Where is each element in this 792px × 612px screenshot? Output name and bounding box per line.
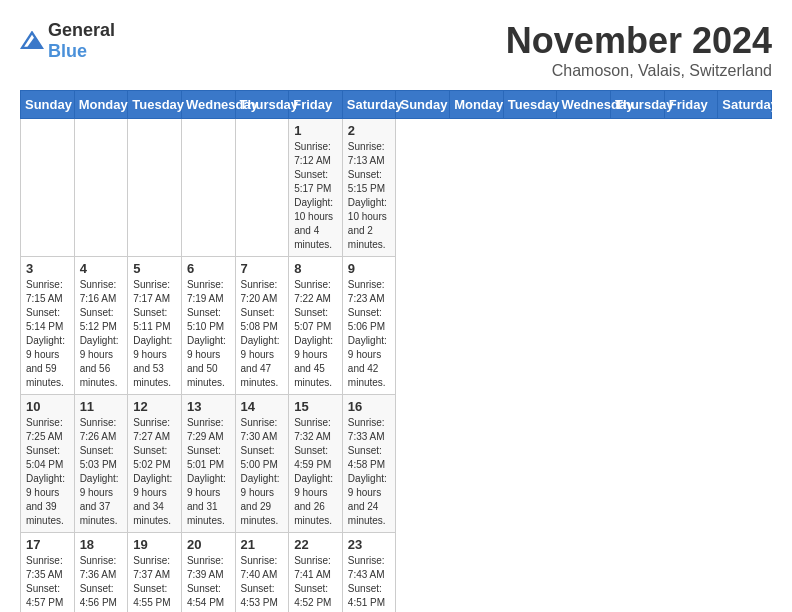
calendar-cell: 11Sunrise: 7:26 AM Sunset: 5:03 PM Dayli… [74, 395, 128, 533]
calendar-cell: 21Sunrise: 7:40 AM Sunset: 4:53 PM Dayli… [235, 533, 289, 613]
day-number: 15 [294, 399, 337, 414]
day-of-week-header: Monday [74, 91, 128, 119]
calendar-cell: 7Sunrise: 7:20 AM Sunset: 5:08 PM Daylig… [235, 257, 289, 395]
day-info: Sunrise: 7:33 AM Sunset: 4:58 PM Dayligh… [348, 416, 391, 528]
day-info: Sunrise: 7:36 AM Sunset: 4:56 PM Dayligh… [80, 554, 123, 612]
day-info: Sunrise: 7:29 AM Sunset: 5:01 PM Dayligh… [187, 416, 230, 528]
calendar-cell: 2Sunrise: 7:13 AM Sunset: 5:15 PM Daylig… [342, 119, 396, 257]
day-of-week-header: Wednesday [557, 91, 611, 119]
day-number: 19 [133, 537, 176, 552]
calendar-cell: 16Sunrise: 7:33 AM Sunset: 4:58 PM Dayli… [342, 395, 396, 533]
calendar-cell: 1Sunrise: 7:12 AM Sunset: 5:17 PM Daylig… [289, 119, 343, 257]
day-of-week-header: Thursday [611, 91, 665, 119]
calendar-table: SundayMondayTuesdayWednesdayThursdayFrid… [20, 90, 772, 612]
day-number: 10 [26, 399, 69, 414]
day-of-week-header: Saturday [342, 91, 396, 119]
day-info: Sunrise: 7:17 AM Sunset: 5:11 PM Dayligh… [133, 278, 176, 390]
calendar-cell: 12Sunrise: 7:27 AM Sunset: 5:02 PM Dayli… [128, 395, 182, 533]
day-info: Sunrise: 7:15 AM Sunset: 5:14 PM Dayligh… [26, 278, 69, 390]
logo: General Blue [20, 20, 115, 62]
day-of-week-header: Friday [289, 91, 343, 119]
calendar-cell: 15Sunrise: 7:32 AM Sunset: 4:59 PM Dayli… [289, 395, 343, 533]
day-number: 7 [241, 261, 284, 276]
day-info: Sunrise: 7:12 AM Sunset: 5:17 PM Dayligh… [294, 140, 337, 252]
calendar-cell: 23Sunrise: 7:43 AM Sunset: 4:51 PM Dayli… [342, 533, 396, 613]
calendar-cell [21, 119, 75, 257]
day-info: Sunrise: 7:32 AM Sunset: 4:59 PM Dayligh… [294, 416, 337, 528]
calendar-header-row: SundayMondayTuesdayWednesdayThursdayFrid… [21, 91, 772, 119]
day-number: 13 [187, 399, 230, 414]
day-info: Sunrise: 7:40 AM Sunset: 4:53 PM Dayligh… [241, 554, 284, 612]
calendar-cell: 13Sunrise: 7:29 AM Sunset: 5:01 PM Dayli… [181, 395, 235, 533]
day-number: 18 [80, 537, 123, 552]
day-number: 2 [348, 123, 391, 138]
day-of-week-header: Thursday [235, 91, 289, 119]
day-info: Sunrise: 7:37 AM Sunset: 4:55 PM Dayligh… [133, 554, 176, 612]
day-number: 5 [133, 261, 176, 276]
calendar-cell: 5Sunrise: 7:17 AM Sunset: 5:11 PM Daylig… [128, 257, 182, 395]
calendar-cell: 6Sunrise: 7:19 AM Sunset: 5:10 PM Daylig… [181, 257, 235, 395]
day-number: 12 [133, 399, 176, 414]
calendar-week-row: 3Sunrise: 7:15 AM Sunset: 5:14 PM Daylig… [21, 257, 772, 395]
day-number: 14 [241, 399, 284, 414]
calendar-cell [181, 119, 235, 257]
day-number: 22 [294, 537, 337, 552]
day-of-week-header: Sunday [21, 91, 75, 119]
calendar-cell: 3Sunrise: 7:15 AM Sunset: 5:14 PM Daylig… [21, 257, 75, 395]
logo-blue: Blue [48, 41, 87, 61]
logo-icon [20, 31, 44, 51]
day-of-week-header: Tuesday [128, 91, 182, 119]
day-info: Sunrise: 7:41 AM Sunset: 4:52 PM Dayligh… [294, 554, 337, 612]
calendar-cell [74, 119, 128, 257]
calendar-cell: 8Sunrise: 7:22 AM Sunset: 5:07 PM Daylig… [289, 257, 343, 395]
header: General Blue November 2024 Chamoson, Val… [20, 20, 772, 80]
day-info: Sunrise: 7:19 AM Sunset: 5:10 PM Dayligh… [187, 278, 230, 390]
day-info: Sunrise: 7:20 AM Sunset: 5:08 PM Dayligh… [241, 278, 284, 390]
calendar-cell: 18Sunrise: 7:36 AM Sunset: 4:56 PM Dayli… [74, 533, 128, 613]
day-number: 20 [187, 537, 230, 552]
calendar-cell: 9Sunrise: 7:23 AM Sunset: 5:06 PM Daylig… [342, 257, 396, 395]
day-number: 11 [80, 399, 123, 414]
day-of-week-header: Wednesday [181, 91, 235, 119]
day-info: Sunrise: 7:22 AM Sunset: 5:07 PM Dayligh… [294, 278, 337, 390]
day-info: Sunrise: 7:39 AM Sunset: 4:54 PM Dayligh… [187, 554, 230, 612]
day-info: Sunrise: 7:25 AM Sunset: 5:04 PM Dayligh… [26, 416, 69, 528]
day-number: 3 [26, 261, 69, 276]
day-info: Sunrise: 7:23 AM Sunset: 5:06 PM Dayligh… [348, 278, 391, 390]
calendar-week-row: 17Sunrise: 7:35 AM Sunset: 4:57 PM Dayli… [21, 533, 772, 613]
day-number: 6 [187, 261, 230, 276]
day-of-week-header: Friday [664, 91, 718, 119]
day-number: 1 [294, 123, 337, 138]
day-of-week-header: Saturday [718, 91, 772, 119]
calendar-cell: 10Sunrise: 7:25 AM Sunset: 5:04 PM Dayli… [21, 395, 75, 533]
calendar-cell: 19Sunrise: 7:37 AM Sunset: 4:55 PM Dayli… [128, 533, 182, 613]
logo-general: General [48, 20, 115, 40]
day-of-week-header: Tuesday [503, 91, 557, 119]
day-info: Sunrise: 7:43 AM Sunset: 4:51 PM Dayligh… [348, 554, 391, 612]
calendar-week-row: 1Sunrise: 7:12 AM Sunset: 5:17 PM Daylig… [21, 119, 772, 257]
day-of-week-header: Sunday [396, 91, 450, 119]
day-of-week-header: Monday [450, 91, 504, 119]
day-number: 17 [26, 537, 69, 552]
calendar-cell: 14Sunrise: 7:30 AM Sunset: 5:00 PM Dayli… [235, 395, 289, 533]
day-number: 9 [348, 261, 391, 276]
logo-text: General Blue [48, 20, 115, 62]
day-number: 23 [348, 537, 391, 552]
day-info: Sunrise: 7:16 AM Sunset: 5:12 PM Dayligh… [80, 278, 123, 390]
month-title: November 2024 [506, 20, 772, 62]
location-subtitle: Chamoson, Valais, Switzerland [506, 62, 772, 80]
day-info: Sunrise: 7:26 AM Sunset: 5:03 PM Dayligh… [80, 416, 123, 528]
day-info: Sunrise: 7:27 AM Sunset: 5:02 PM Dayligh… [133, 416, 176, 528]
calendar-cell [235, 119, 289, 257]
day-info: Sunrise: 7:13 AM Sunset: 5:15 PM Dayligh… [348, 140, 391, 252]
calendar-cell: 22Sunrise: 7:41 AM Sunset: 4:52 PM Dayli… [289, 533, 343, 613]
title-area: November 2024 Chamoson, Valais, Switzerl… [506, 20, 772, 80]
day-number: 8 [294, 261, 337, 276]
day-number: 16 [348, 399, 391, 414]
calendar-cell: 4Sunrise: 7:16 AM Sunset: 5:12 PM Daylig… [74, 257, 128, 395]
day-info: Sunrise: 7:35 AM Sunset: 4:57 PM Dayligh… [26, 554, 69, 612]
calendar-cell [128, 119, 182, 257]
day-number: 21 [241, 537, 284, 552]
day-info: Sunrise: 7:30 AM Sunset: 5:00 PM Dayligh… [241, 416, 284, 528]
calendar-cell: 20Sunrise: 7:39 AM Sunset: 4:54 PM Dayli… [181, 533, 235, 613]
